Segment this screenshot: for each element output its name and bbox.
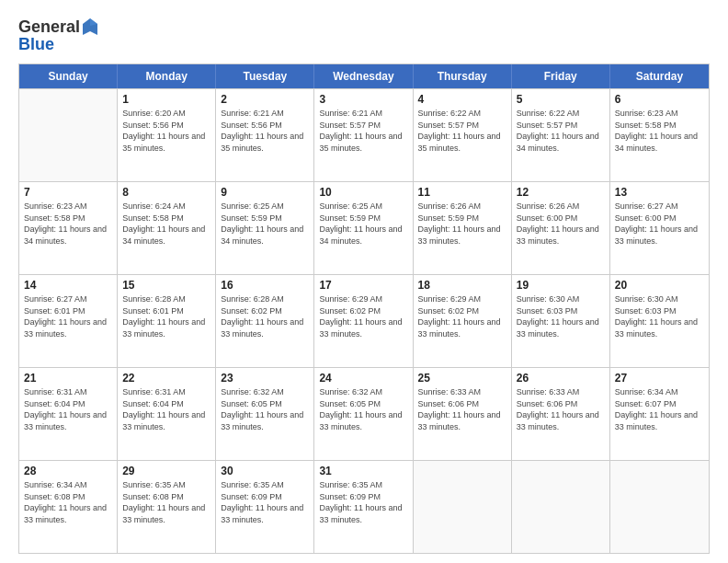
calendar-week-1: 1Sunrise: 6:20 AMSunset: 5:56 PMDaylight…	[19, 88, 709, 181]
day-cell-11: 11Sunrise: 6:26 AMSunset: 5:59 PMDayligh…	[414, 182, 512, 274]
day-cell-31: 31Sunrise: 6:35 AMSunset: 6:09 PMDayligh…	[314, 461, 413, 553]
day-cell-6: 6Sunrise: 6:23 AMSunset: 5:58 PMDaylight…	[610, 89, 709, 181]
day-cell-28: 28Sunrise: 6:34 AMSunset: 6:08 PMDayligh…	[19, 461, 118, 553]
header-day-monday: Monday	[118, 64, 216, 88]
day-cell-9: 9Sunrise: 6:25 AMSunset: 5:59 PMDaylight…	[216, 182, 314, 274]
header-day-saturday: Saturday	[610, 64, 709, 88]
header-day-wednesday: Wednesday	[314, 64, 413, 88]
day-number: 12	[517, 186, 605, 199]
logo-general-text: General	[18, 17, 80, 37]
day-number: 1	[122, 93, 210, 106]
header-day-tuesday: Tuesday	[216, 64, 314, 88]
day-info: Sunrise: 6:29 AMSunset: 6:02 PMDaylight:…	[319, 293, 407, 339]
day-info: Sunrise: 6:24 AMSunset: 5:58 PMDaylight:…	[122, 201, 210, 247]
day-info: Sunrise: 6:29 AMSunset: 6:02 PMDaylight:…	[418, 293, 506, 339]
day-cell-26: 26Sunrise: 6:33 AMSunset: 6:06 PMDayligh…	[512, 368, 610, 460]
header-day-sunday: Sunday	[19, 64, 118, 88]
day-number: 17	[319, 279, 407, 292]
day-info: Sunrise: 6:22 AMSunset: 5:57 PMDaylight:…	[517, 108, 605, 154]
day-info: Sunrise: 6:34 AMSunset: 6:07 PMDaylight:…	[615, 386, 704, 432]
day-cell-5: 5Sunrise: 6:22 AMSunset: 5:57 PMDaylight…	[512, 89, 610, 181]
day-info: Sunrise: 6:23 AMSunset: 5:58 PMDaylight:…	[615, 108, 704, 154]
header-day-friday: Friday	[512, 64, 610, 88]
day-info: Sunrise: 6:21 AMSunset: 5:56 PMDaylight:…	[221, 108, 309, 154]
day-number: 19	[517, 279, 605, 292]
day-info: Sunrise: 6:35 AMSunset: 6:09 PMDaylight:…	[319, 479, 407, 525]
day-cell-27: 27Sunrise: 6:34 AMSunset: 6:07 PMDayligh…	[610, 368, 709, 460]
page: General Blue SundayMondayTuesdayWednesda…	[0, 0, 728, 563]
day-number: 8	[122, 186, 210, 199]
day-cell-2: 2Sunrise: 6:21 AMSunset: 5:56 PMDaylight…	[216, 89, 314, 181]
day-cell-14: 14Sunrise: 6:27 AMSunset: 6:01 PMDayligh…	[19, 275, 118, 367]
calendar-week-5: 28Sunrise: 6:34 AMSunset: 6:08 PMDayligh…	[19, 460, 709, 553]
day-cell-23: 23Sunrise: 6:32 AMSunset: 6:05 PMDayligh…	[216, 368, 314, 460]
day-info: Sunrise: 6:33 AMSunset: 6:06 PMDaylight:…	[517, 386, 605, 432]
day-info: Sunrise: 6:20 AMSunset: 5:56 PMDaylight:…	[122, 108, 210, 154]
day-number: 6	[615, 93, 704, 106]
day-number: 9	[221, 186, 309, 199]
calendar: SundayMondayTuesdayWednesdayThursdayFrid…	[18, 63, 710, 554]
day-number: 27	[615, 372, 704, 385]
day-number: 16	[221, 279, 309, 292]
day-info: Sunrise: 6:25 AMSunset: 5:59 PMDaylight:…	[319, 201, 407, 247]
header-day-thursday: Thursday	[414, 64, 512, 88]
day-number: 7	[24, 186, 112, 199]
day-cell-24: 24Sunrise: 6:32 AMSunset: 6:05 PMDayligh…	[314, 368, 413, 460]
page-header: General Blue	[18, 17, 710, 54]
day-number: 3	[319, 93, 407, 106]
day-info: Sunrise: 6:31 AMSunset: 6:04 PMDaylight:…	[24, 386, 112, 432]
day-number: 29	[122, 465, 210, 477]
day-cell-25: 25Sunrise: 6:33 AMSunset: 6:06 PMDayligh…	[414, 368, 512, 460]
day-number: 14	[24, 279, 112, 292]
day-number: 28	[24, 465, 112, 477]
day-number: 20	[615, 279, 704, 292]
day-number: 15	[122, 279, 210, 292]
day-cell-21: 21Sunrise: 6:31 AMSunset: 6:04 PMDayligh…	[19, 368, 118, 460]
day-cell-29: 29Sunrise: 6:35 AMSunset: 6:08 PMDayligh…	[118, 461, 216, 553]
day-number: 4	[418, 93, 506, 106]
day-info: Sunrise: 6:30 AMSunset: 6:03 PMDaylight:…	[615, 293, 704, 339]
day-info: Sunrise: 6:35 AMSunset: 6:09 PMDaylight:…	[221, 479, 309, 525]
day-info: Sunrise: 6:23 AMSunset: 5:58 PMDaylight:…	[24, 201, 112, 247]
day-number: 18	[418, 279, 506, 292]
day-cell-17: 17Sunrise: 6:29 AMSunset: 6:02 PMDayligh…	[314, 275, 413, 367]
day-number: 13	[615, 186, 704, 199]
day-info: Sunrise: 6:26 AMSunset: 5:59 PMDaylight:…	[418, 201, 506, 247]
day-number: 23	[221, 372, 309, 385]
day-info: Sunrise: 6:27 AMSunset: 6:00 PMDaylight:…	[615, 201, 704, 247]
logo-blue-text: Blue	[18, 35, 98, 54]
calendar-week-2: 7Sunrise: 6:23 AMSunset: 5:58 PMDaylight…	[19, 181, 709, 274]
day-number: 10	[319, 186, 407, 199]
day-info: Sunrise: 6:22 AMSunset: 5:57 PMDaylight:…	[418, 108, 506, 154]
day-number: 5	[517, 93, 605, 106]
day-info: Sunrise: 6:32 AMSunset: 6:05 PMDaylight:…	[319, 386, 407, 432]
day-info: Sunrise: 6:34 AMSunset: 6:08 PMDaylight:…	[24, 479, 112, 525]
logo-icon	[82, 17, 98, 37]
day-info: Sunrise: 6:32 AMSunset: 6:05 PMDaylight:…	[221, 386, 309, 432]
logo: General Blue	[18, 17, 98, 54]
day-info: Sunrise: 6:31 AMSunset: 6:04 PMDaylight:…	[122, 386, 210, 432]
day-cell-20: 20Sunrise: 6:30 AMSunset: 6:03 PMDayligh…	[610, 275, 709, 367]
day-cell-4: 4Sunrise: 6:22 AMSunset: 5:57 PMDaylight…	[414, 89, 512, 181]
day-cell-8: 8Sunrise: 6:24 AMSunset: 5:58 PMDaylight…	[118, 182, 216, 274]
day-number: 21	[24, 372, 112, 385]
day-info: Sunrise: 6:26 AMSunset: 6:00 PMDaylight:…	[517, 201, 605, 247]
calendar-week-4: 21Sunrise: 6:31 AMSunset: 6:04 PMDayligh…	[19, 367, 709, 460]
day-cell-7: 7Sunrise: 6:23 AMSunset: 5:58 PMDaylight…	[19, 182, 118, 274]
day-cell-12: 12Sunrise: 6:26 AMSunset: 6:00 PMDayligh…	[512, 182, 610, 274]
empty-cell	[610, 461, 709, 553]
day-info: Sunrise: 6:30 AMSunset: 6:03 PMDaylight:…	[517, 293, 605, 339]
day-info: Sunrise: 6:28 AMSunset: 6:01 PMDaylight:…	[122, 293, 210, 339]
day-cell-30: 30Sunrise: 6:35 AMSunset: 6:09 PMDayligh…	[216, 461, 314, 553]
day-info: Sunrise: 6:28 AMSunset: 6:02 PMDaylight:…	[221, 293, 309, 339]
empty-cell	[512, 461, 610, 553]
calendar-header: SundayMondayTuesdayWednesdayThursdayFrid…	[19, 64, 709, 88]
day-cell-16: 16Sunrise: 6:28 AMSunset: 6:02 PMDayligh…	[216, 275, 314, 367]
day-cell-18: 18Sunrise: 6:29 AMSunset: 6:02 PMDayligh…	[414, 275, 512, 367]
day-number: 2	[221, 93, 309, 106]
day-cell-3: 3Sunrise: 6:21 AMSunset: 5:57 PMDaylight…	[314, 89, 413, 181]
day-number: 22	[122, 372, 210, 385]
day-number: 25	[418, 372, 506, 385]
day-cell-22: 22Sunrise: 6:31 AMSunset: 6:04 PMDayligh…	[118, 368, 216, 460]
day-cell-19: 19Sunrise: 6:30 AMSunset: 6:03 PMDayligh…	[512, 275, 610, 367]
